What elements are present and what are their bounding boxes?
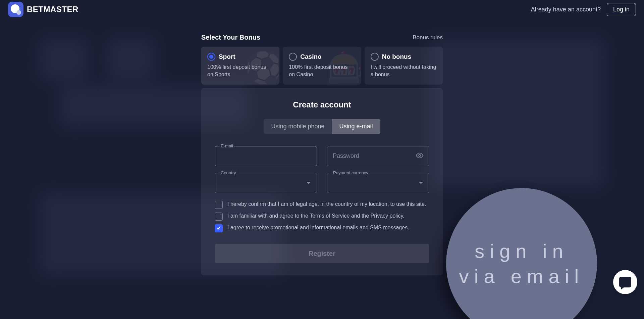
- bonus-header: Select Your Bonus Bonus rules: [201, 34, 443, 41]
- soccer-ball-icon: ⚽: [245, 50, 279, 85]
- chat-icon: [619, 277, 631, 287]
- bonus-card-casino[interactable]: 🎰 Casino 100% first deposit bonus on Cas…: [283, 47, 361, 85]
- email-input[interactable]: [215, 146, 317, 166]
- country-label: Country: [219, 170, 237, 175]
- chat-button[interactable]: [613, 270, 637, 294]
- radio-no-bonus[interactable]: [371, 53, 379, 61]
- currency-label: Payment currency: [332, 170, 370, 175]
- bonus-cards-row: ⚽ Sport 100% first deposit bonus on Spor…: [201, 47, 443, 85]
- tab-email[interactable]: Using e-mail: [332, 119, 380, 134]
- circle-line1: sign in: [475, 238, 569, 264]
- promotional-text: I agree to receive promotional and infor…: [227, 224, 409, 231]
- tab-mobile-phone[interactable]: Using mobile phone: [264, 119, 332, 134]
- logo-section: BETMASTER: [8, 2, 78, 17]
- svg-point-0: [419, 154, 421, 156]
- bonus-card-none[interactable]: No bonus I will proceed without taking a…: [365, 47, 443, 85]
- login-button[interactable]: Log in: [607, 3, 636, 16]
- bonus-rules-link[interactable]: Bonus rules: [413, 34, 443, 41]
- circle-line2: via email: [459, 264, 584, 289]
- agreement-checkboxes: I hereby confirm that I am of legal age,…: [215, 200, 429, 232]
- password-input[interactable]: [327, 146, 429, 166]
- radio-casino[interactable]: [289, 53, 297, 61]
- bonus-none-desc: I will proceed without taking a bonus: [371, 63, 437, 78]
- bonus-casino-title: Casino: [300, 53, 321, 60]
- chevron-down-icon: [419, 182, 423, 184]
- country-select[interactable]: [215, 173, 317, 193]
- bonus-none-title: No bonus: [382, 53, 412, 60]
- casino-chip-icon: 🎰: [327, 50, 361, 85]
- terms-of-service-link[interactable]: Terms of Service: [310, 213, 350, 219]
- terms-text: I am familiar with and agree to the Term…: [227, 212, 405, 220]
- radio-sport[interactable]: [207, 53, 215, 61]
- country-field-wrapper: Country: [215, 173, 317, 193]
- select-bonus-title: Select Your Bonus: [201, 34, 260, 41]
- registration-method-tabs: Using mobile phone Using e-mail: [215, 119, 429, 134]
- have-account-text: Already have an account?: [531, 6, 601, 13]
- legal-age-text: I hereby confirm that I am of legal age,…: [227, 200, 426, 208]
- checkbox-terms[interactable]: [215, 213, 223, 221]
- currency-select[interactable]: [327, 173, 429, 193]
- bonus-sport-title: Sport: [219, 53, 235, 60]
- create-account-panel: Create account Using mobile phone Using …: [201, 88, 443, 275]
- bonus-card-sport[interactable]: ⚽ Sport 100% first deposit bonus on Spor…: [201, 47, 279, 85]
- currency-field-wrapper: Payment currency: [327, 173, 429, 193]
- sign-in-via-email-callout: sign in via email: [446, 188, 597, 319]
- email-label: E-mail: [219, 143, 234, 148]
- email-field-wrapper: E-mail: [215, 146, 317, 166]
- password-field-wrapper: [327, 146, 429, 166]
- header-right: Already have an account? Log in: [531, 3, 636, 16]
- create-account-title: Create account: [215, 100, 429, 109]
- show-password-icon[interactable]: [416, 152, 423, 161]
- header-bar: BETMASTER Already have an account? Log i…: [0, 0, 644, 19]
- register-button[interactable]: Register: [215, 244, 429, 263]
- main-container: Select Your Bonus Bonus rules ⚽ Sport 10…: [201, 34, 443, 275]
- checkbox-legal-age[interactable]: [215, 201, 223, 209]
- checkbox-promotional[interactable]: [215, 224, 223, 232]
- brand-name: BETMASTER: [27, 5, 78, 14]
- brand-logo-icon: [8, 2, 23, 17]
- chevron-down-icon: [307, 182, 311, 184]
- privacy-policy-link[interactable]: Privacy policy: [371, 213, 403, 219]
